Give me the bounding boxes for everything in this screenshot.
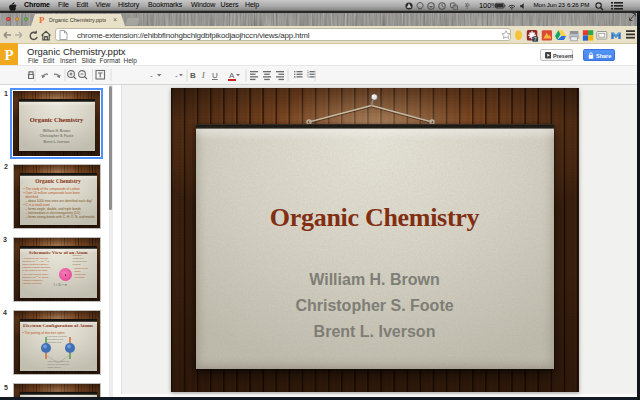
svg-text:U: U <box>212 71 218 80</box>
svg-text:3: 3 <box>307 75 309 79</box>
svg-text:-: - <box>175 71 178 80</box>
svg-text:7: 7 <box>534 36 537 41</box>
svg-text:I: I <box>201 71 205 80</box>
svg-text:-: - <box>150 71 153 80</box>
svg-text:A: A <box>229 71 235 80</box>
svg-text:B: B <box>190 71 196 80</box>
